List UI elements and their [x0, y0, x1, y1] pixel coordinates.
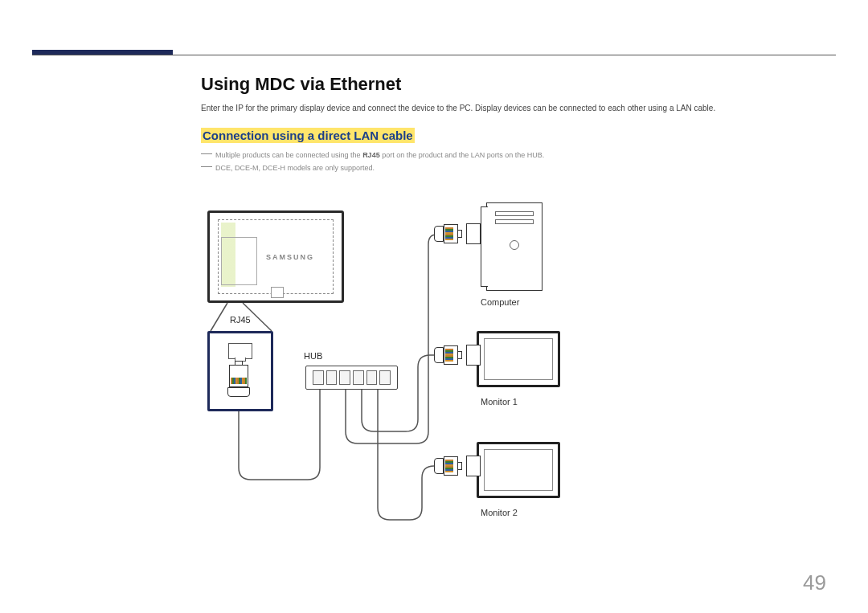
- note1-bold: RJ45: [362, 151, 380, 159]
- rj45-plug-icon: [225, 365, 252, 397]
- rj45-label: RJ45: [230, 315, 251, 325]
- lan-plug-monitor1: [434, 344, 466, 366]
- lan-port-computer: [466, 223, 481, 244]
- header-rule: [32, 55, 836, 55]
- computer-label: Computer: [481, 297, 519, 307]
- brand-logo: SAMSUNG: [266, 253, 314, 261]
- note2-text: DCE, DCE-M, DCE-H models are only suppor…: [215, 164, 375, 172]
- hub-label: HUB: [304, 351, 322, 361]
- monitor1-label: Monitor 1: [481, 397, 518, 407]
- computer-tower-icon: [486, 202, 542, 291]
- content-block: Using MDC via Ethernet Enter the IP for …: [201, 74, 820, 175]
- display-back-panel: SAMSUNG: [207, 210, 344, 303]
- lan-plug-computer: [434, 223, 466, 245]
- display-stand-socket: [271, 287, 284, 298]
- note-dash-icon: [201, 153, 212, 154]
- monitor2-label: Monitor 2: [481, 508, 518, 517]
- subheading-text: Connection using a direct LAN cable: [201, 128, 415, 143]
- monitor-1-icon: [477, 331, 560, 387]
- note-2: DCE, DCE-M, DCE-H models are only suppor…: [201, 163, 820, 174]
- note-1: Multiple products can be connected using…: [201, 150, 820, 161]
- page-number: 49: [803, 570, 826, 595]
- lan-port-monitor1: [466, 345, 481, 366]
- hub-ports: [313, 370, 391, 385]
- hub-device: [305, 366, 398, 390]
- note1-post: port on the product and the LAN ports on…: [380, 151, 545, 159]
- rj45-port-icon: [228, 343, 252, 359]
- intro-text: Enter the IP for the primary display dev…: [201, 103, 820, 114]
- page-title: Using MDC via Ethernet: [201, 74, 820, 95]
- monitor-2-icon: [477, 442, 560, 498]
- lan-port-monitor2: [466, 456, 481, 476]
- display-recess: [221, 237, 257, 285]
- note1-pre: Multiple products can be connected using…: [215, 151, 362, 159]
- lan-plug-monitor2: [434, 455, 466, 477]
- note-dash-icon: [201, 166, 212, 167]
- connection-diagram: SAMSUNG RJ45 HUB Computer Monitor 1 Moni…: [201, 202, 723, 556]
- subheading: Connection using a direct LAN cable: [201, 129, 415, 142]
